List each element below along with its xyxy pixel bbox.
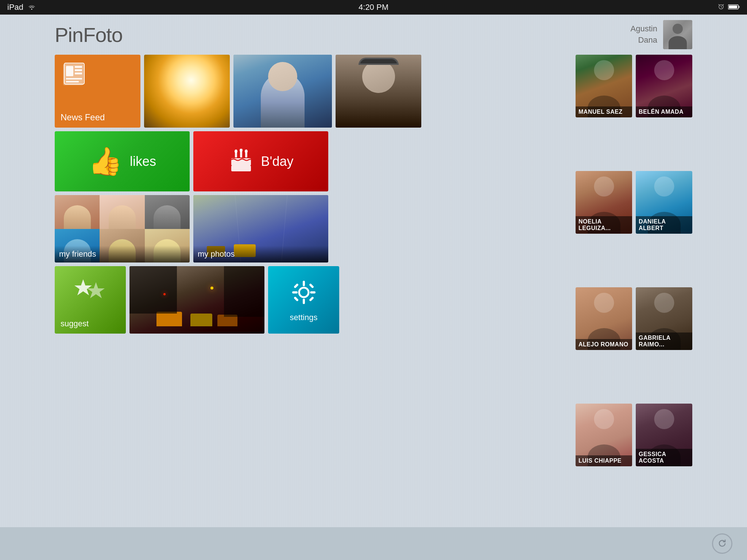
row-3: my friends my photos: [55, 195, 325, 262]
my-friends-tile[interactable]: my friends: [55, 195, 190, 262]
bday-label: B'day: [261, 154, 294, 169]
head-headphones: [362, 60, 395, 93]
friend-tile-6[interactable]: LUIS CHIAPPE: [576, 404, 632, 466]
svg-rect-29: [293, 296, 298, 301]
svg-rect-28: [309, 283, 314, 288]
friend-tile-4[interactable]: ALEJO ROMANO: [576, 287, 632, 350]
right-section: MANUEL SAEZBELÉN AMADANOELIA LEGUIZA...D…: [576, 55, 692, 516]
news-feed-label: News Feed: [61, 112, 105, 122]
friend-name-3: DANIELA ALBERT: [636, 216, 692, 234]
device-label: iPad: [7, 3, 23, 12]
suggest-label: suggest: [61, 319, 89, 328]
cake-icon: [228, 149, 254, 174]
app-header: PinFoto Agustin Dana: [0, 15, 747, 55]
friend-tile-2[interactable]: NOELIA LEGUIZA...: [576, 171, 632, 234]
news-feed-tile[interactable]: News Feed: [55, 55, 140, 128]
status-left: iPad: [7, 3, 36, 12]
street-photo-bg: [129, 266, 264, 334]
my-photos-label: my photos: [198, 249, 235, 258]
friend-head: [654, 60, 674, 80]
svg-rect-8: [75, 69, 82, 71]
status-time: 4:20 PM: [359, 3, 388, 12]
svg-rect-27: [293, 283, 298, 288]
svg-rect-10: [66, 78, 82, 79]
user-profile[interactable]: Agustin Dana: [631, 20, 692, 49]
suggest-tile[interactable]: suggest: [55, 266, 126, 334]
svg-marker-21: [87, 282, 105, 298]
wifi-icon: [28, 3, 36, 12]
left-section: News Feed 👍 likes: [55, 55, 325, 516]
star-icon: [72, 276, 109, 313]
bottom-bar: [0, 527, 747, 560]
svg-rect-26: [310, 291, 316, 293]
friend-name-6: LUIS CHIAPPE: [576, 455, 632, 466]
user-name: Agustin Dana: [631, 23, 657, 46]
avatar-image: [663, 20, 692, 49]
svg-point-15: [235, 149, 237, 153]
friend-head: [654, 293, 674, 313]
svg-rect-2: [738, 6, 740, 8]
app-title: PinFoto: [55, 23, 123, 47]
sunburst-photo[interactable]: [144, 55, 230, 128]
friend-name-4: ALEJO ROMANO: [576, 339, 632, 350]
svg-rect-24: [303, 299, 305, 304]
news-icon: [61, 61, 92, 90]
thumbs-up-icon: 👍: [88, 145, 123, 178]
svg-rect-3: [729, 5, 737, 8]
svg-rect-23: [303, 281, 305, 286]
friend-cell-3: [145, 195, 190, 229]
friend-tile-7[interactable]: GESSICA ACOSTA: [636, 404, 692, 466]
likes-tile[interactable]: 👍 likes: [55, 131, 190, 191]
bday-tile[interactable]: B'day: [193, 131, 328, 191]
friend-cell-1: [55, 195, 100, 229]
friend-head: [594, 176, 614, 197]
my-photos-overlay: my photos: [193, 246, 328, 262]
gear-icon: [289, 278, 318, 308]
svg-rect-25: [292, 291, 298, 293]
friend-head: [654, 409, 674, 429]
svg-marker-20: [74, 279, 92, 295]
friend-name-7: GESSICA ACOSTA: [636, 449, 692, 466]
friend-tile-3[interactable]: DANIELA ALBERT: [636, 171, 692, 234]
svg-rect-7: [75, 66, 82, 68]
status-bar: iPad 4:20 PM: [0, 0, 747, 15]
my-friends-label: my friends: [59, 249, 96, 258]
friend-name-0: MANUEL SAEZ: [576, 106, 632, 117]
friend-head: [654, 176, 674, 197]
row-1: News Feed: [55, 55, 325, 128]
svg-point-17: [245, 149, 248, 153]
settings-label: settings: [290, 313, 318, 322]
svg-rect-9: [75, 73, 82, 74]
head-shape: [268, 62, 297, 91]
likes-label: likes: [130, 154, 156, 169]
alarm-icon: [718, 3, 724, 12]
friend-cell-2: [100, 195, 144, 229]
settings-tile[interactable]: settings: [268, 266, 339, 334]
svg-rect-19: [231, 166, 251, 171]
status-right: [718, 3, 740, 12]
svg-rect-6: [66, 66, 73, 76]
my-friends-overlay: my friends: [55, 246, 190, 262]
avatar[interactable]: [663, 20, 692, 49]
friend-head: [594, 60, 614, 80]
friend-name-2: NOELIA LEGUIZA...: [576, 216, 632, 234]
svg-rect-30: [309, 296, 314, 301]
headphones-photo[interactable]: [336, 55, 421, 128]
my-photos-tile[interactable]: my photos: [193, 195, 328, 262]
row-2: 👍 likes: [55, 131, 325, 191]
friend-tile-0[interactable]: MANUEL SAEZ: [576, 55, 632, 117]
main-content: News Feed 👍 likes: [55, 55, 692, 516]
refresh-button[interactable]: [712, 533, 732, 554]
blonde-woman-photo[interactable]: [233, 55, 332, 128]
friend-name-5: GABRIELA RAIMO...: [636, 332, 692, 350]
friend-tile-1[interactable]: BELÉN AMADA: [636, 55, 692, 117]
friend-tile-5[interactable]: GABRIELA RAIMO...: [636, 287, 692, 350]
street-photo-tile[interactable]: [129, 266, 264, 334]
svg-point-22: [299, 288, 309, 297]
battery-icon: [728, 3, 740, 12]
row-4: suggest: [55, 266, 325, 334]
friend-name-1: BELÉN AMADA: [636, 106, 692, 117]
svg-rect-11: [66, 81, 79, 82]
friend-head: [594, 293, 614, 313]
friend-head: [594, 409, 614, 429]
